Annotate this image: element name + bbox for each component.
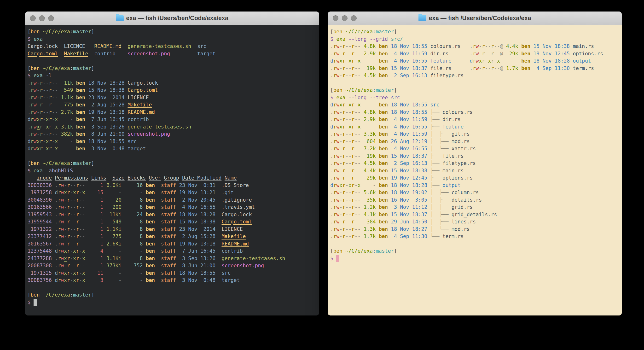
- titlebar[interactable]: exa — fish /Users/ben/Code/exa/exa: [328, 12, 622, 25]
- text-segment: 15 Nov 18:37: [391, 212, 427, 218]
- permission-char: -: [340, 197, 342, 203]
- text-segment: 2.9k: [364, 116, 376, 122]
- minimize-button[interactable]: [342, 15, 348, 21]
- permission-char: r: [67, 256, 70, 261]
- permission-char: -: [52, 116, 55, 122]
- text-segment: [58, 124, 61, 130]
- permission-char: -: [494, 44, 497, 49]
- text-segment: [376, 197, 379, 203]
- text-segment: $: [330, 256, 334, 261]
- text-segment: [85, 146, 88, 152]
- text-segment: [58, 102, 61, 108]
- text-segment: ]: [91, 66, 94, 71]
- permission-char: -: [79, 234, 82, 239]
- text-segment: [85, 226, 88, 232]
- permission-char: -: [340, 116, 342, 122]
- text-segment: [85, 197, 88, 203]
- permission-char: x: [37, 138, 40, 144]
- permission-char: -: [354, 51, 358, 56]
- text-segment: screenshot.png: [128, 131, 170, 137]
- permission-char: r: [334, 219, 336, 224]
- text-segment: staff: [161, 234, 176, 239]
- text-segment: [85, 263, 88, 268]
- text-segment: ben: [146, 204, 155, 210]
- text-segment: [103, 277, 106, 283]
- text-segment: [155, 241, 161, 247]
- text-segment: [427, 109, 430, 115]
- text-segment: README.md: [128, 109, 155, 115]
- permission-char: w: [61, 256, 64, 261]
- permission-char: -: [82, 204, 85, 210]
- permission-char: -: [37, 80, 40, 86]
- text-segment: ├──: [430, 153, 442, 159]
- permission-char: -: [340, 51, 342, 56]
- terminal-window-left[interactable]: exa — fish /Users/ben/Code/exa/exa [ben …: [25, 12, 319, 316]
- text-segment: inode: [37, 175, 52, 181]
- text-segment: [103, 226, 106, 232]
- text-segment: 4 Nov 16:55: [391, 146, 427, 152]
- text-segment: [361, 190, 364, 196]
- text-segment: ben: [146, 277, 155, 283]
- text-segment: src: [197, 44, 206, 49]
- text-segment: [103, 182, 106, 188]
- permission-char: -: [345, 138, 348, 144]
- permission-char: -: [64, 182, 67, 188]
- permission-char: r: [334, 226, 336, 232]
- desktop: exa — fish /Users/ben/Code/exa/exa [ben …: [0, 0, 644, 350]
- permission-char: -: [354, 168, 358, 174]
- permission-char: r: [342, 226, 346, 232]
- permission-char: w: [476, 66, 479, 71]
- text-segment: $: [28, 73, 31, 78]
- permission-char: x: [46, 116, 49, 122]
- text-segment: master: [73, 66, 91, 71]
- terminal-line: .rw-r--r-- 1.2k ben 3 Nov 11:12 │ ├── gr…: [330, 204, 622, 211]
- permission-char: -: [70, 263, 73, 268]
- permission-char: r: [352, 51, 355, 56]
- text-segment: 4 Nov 16:55: [391, 124, 427, 130]
- minimize-button[interactable]: [39, 15, 45, 21]
- permission-char: r: [491, 51, 494, 56]
- text-segment: -: [364, 124, 376, 130]
- text-segment: [176, 241, 179, 247]
- text-segment: [85, 277, 88, 283]
- terminal-window-right[interactable]: exa — fish /Users/ben/Code/exa/exa [ben …: [328, 12, 622, 316]
- close-button[interactable]: [333, 15, 338, 21]
- text-segment: [52, 241, 55, 247]
- terminal-line: .rw-r--r-- 5.6k ben 18 Nov 19:02 │ ├── c…: [330, 189, 622, 196]
- text-segment: colours.rs: [430, 44, 460, 49]
- permission-char: x: [64, 277, 67, 283]
- text-segment: ben: [379, 138, 388, 144]
- permission-char: w: [34, 109, 37, 115]
- terminal-line: drwxr-xr-x - ben 4 Nov 16:55 feature drw…: [330, 57, 622, 65]
- terminal-line: inode Permissions Links Size Blocks User…: [28, 174, 319, 182]
- permission-char: r: [31, 124, 34, 130]
- text-segment: [216, 204, 222, 210]
- terminal-line: [330, 240, 622, 248]
- terminal-content-left[interactable]: [ben ~/C/e/exa:master]$ exaCargo.lock LI…: [25, 25, 319, 316]
- zoom-button[interactable]: [48, 15, 54, 21]
- terminal-content-right[interactable]: [ben ~/C/e/exa:master]$ exa --long --gri…: [328, 25, 622, 316]
- text-segment: [388, 138, 391, 144]
- text-segment: [85, 116, 88, 122]
- text-segment: [361, 146, 364, 152]
- permission-char: -: [340, 204, 342, 210]
- text-segment: [176, 234, 179, 239]
- text-segment: ben: [521, 66, 530, 71]
- text-segment: 30048390: [28, 197, 52, 203]
- text-segment: [58, 87, 61, 93]
- text-segment: 1.3k: [364, 226, 376, 232]
- permission-char: -: [43, 87, 46, 93]
- window-title-text: exa — fish /Users/ben/Code/exa/exa: [126, 14, 228, 22]
- text-segment: 4.4k: [506, 44, 518, 49]
- permission-char: r: [40, 116, 43, 122]
- terminal-line: .rw-r--r-- 775 ben 2 Aug 15:28 Makefile: [28, 101, 319, 108]
- permission-char: w: [61, 204, 64, 210]
- close-button[interactable]: [30, 15, 36, 21]
- titlebar[interactable]: exa — fish /Users/ben/Code/exa/exa: [25, 12, 319, 25]
- zoom-button[interactable]: [351, 15, 357, 21]
- text-segment: [122, 44, 128, 49]
- text-segment: [143, 212, 146, 218]
- permission-char: .: [55, 256, 58, 261]
- permission-char: r: [334, 58, 336, 64]
- text-segment: 4.5k: [364, 160, 376, 166]
